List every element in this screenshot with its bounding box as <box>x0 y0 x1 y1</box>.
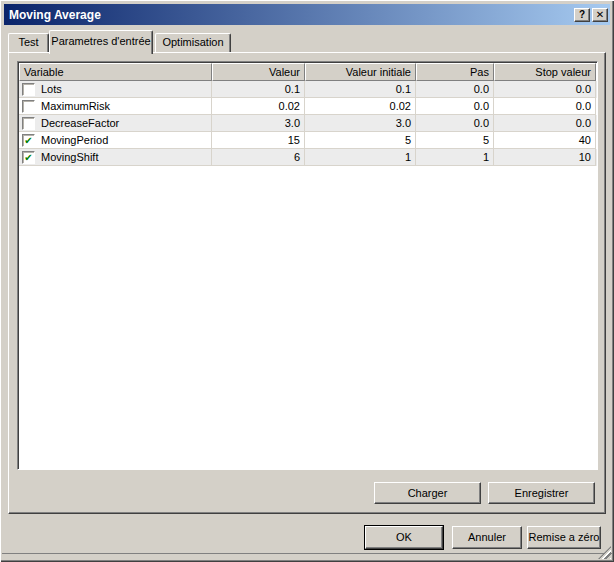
variable-name: DecreaseFactor <box>41 115 119 131</box>
variable-name: MaximumRisk <box>41 98 110 114</box>
row-checkbox[interactable] <box>22 117 35 130</box>
table-row[interactable]: ✔ MovingShift 6 1 1 10 <box>19 149 597 166</box>
variable-cell: ✔ MovingShift <box>19 149 212 166</box>
stop-valeur-cell[interactable]: 0.0 <box>494 115 596 132</box>
remise-zero-button[interactable]: Remise a zéro <box>527 526 601 549</box>
table-row[interactable]: DecreaseFactor 3.0 3.0 0.0 0.0 <box>19 115 597 132</box>
row-checkbox[interactable] <box>22 100 35 113</box>
valeur-cell[interactable]: 15 <box>212 132 305 149</box>
table-row[interactable]: ✔ MovingPeriod 15 5 5 40 <box>19 132 597 149</box>
stop-valeur-cell[interactable]: 0.0 <box>494 98 596 115</box>
bottom-frame-divider <box>2 553 612 554</box>
column-header-stop-valeur[interactable]: Stop valeur <box>494 63 596 81</box>
valeur-cell[interactable]: 0.1 <box>212 81 305 98</box>
tab-optimisation[interactable]: Optimisation <box>155 33 231 52</box>
variable-name: MovingShift <box>41 149 98 165</box>
titlebar[interactable]: Moving Average ? ✕ <box>4 4 610 25</box>
parameters-table: Variable Valeur Valeur initiale Pas Stop… <box>17 61 598 470</box>
pas-cell[interactable]: 0.0 <box>416 98 494 115</box>
variable-name: Lots <box>41 81 62 97</box>
table-header-row: Variable Valeur Valeur initiale Pas Stop… <box>19 63 597 81</box>
window-title: Moving Average <box>4 8 574 22</box>
enregistrer-button[interactable]: Enregistrer <box>488 482 595 504</box>
table-row[interactable]: Lots 0.1 0.1 0.0 0.0 <box>19 81 597 98</box>
tab-page-panel: Variable Valeur Valeur initiale Pas Stop… <box>8 52 606 514</box>
column-header-valeur-initiale[interactable]: Valeur initiale <box>305 63 416 81</box>
tab-test[interactable]: Test <box>8 33 49 52</box>
pas-cell[interactable]: 1 <box>416 149 494 166</box>
row-checkbox[interactable]: ✔ <box>22 134 35 147</box>
variable-name: MovingPeriod <box>41 132 108 148</box>
help-icon[interactable]: ? <box>574 8 590 22</box>
pas-cell[interactable]: 0.0 <box>416 115 494 132</box>
close-icon[interactable]: ✕ <box>592 8 608 22</box>
variable-cell: DecreaseFactor <box>19 115 212 132</box>
pas-cell[interactable]: 5 <box>416 132 494 149</box>
row-checkbox[interactable] <box>22 83 35 96</box>
valeur-initiale-cell[interactable]: 5 <box>305 132 416 149</box>
dialog-window: Moving Average ? ✕ Test Parametres d'ent… <box>0 0 614 562</box>
column-header-valeur[interactable]: Valeur <box>212 63 305 81</box>
valeur-cell[interactable]: 0.02 <box>212 98 305 115</box>
valeur-initiale-cell[interactable]: 1 <box>305 149 416 166</box>
valeur-initiale-cell[interactable]: 0.02 <box>305 98 416 115</box>
stop-valeur-cell[interactable]: 40 <box>494 132 596 149</box>
valeur-initiale-cell[interactable]: 3.0 <box>305 115 416 132</box>
annuler-button[interactable]: Annuler <box>452 526 522 549</box>
charger-button[interactable]: Charger <box>374 482 481 504</box>
ok-button[interactable]: OK <box>365 526 443 549</box>
tab-parametres-entree[interactable]: Parametres d'entrée <box>49 30 153 54</box>
variable-cell: ✔ MovingPeriod <box>19 132 212 149</box>
valeur-initiale-cell[interactable]: 0.1 <box>305 81 416 98</box>
table-row[interactable]: MaximumRisk 0.02 0.02 0.0 0.0 <box>19 98 597 115</box>
stop-valeur-cell[interactable]: 10 <box>494 149 596 166</box>
stop-valeur-cell[interactable]: 0.0 <box>494 81 596 98</box>
column-header-pas[interactable]: Pas <box>416 63 494 81</box>
variable-cell: MaximumRisk <box>19 98 212 115</box>
valeur-cell[interactable]: 6 <box>212 149 305 166</box>
variable-cell: Lots <box>19 81 212 98</box>
row-checkbox[interactable]: ✔ <box>22 151 35 164</box>
valeur-cell[interactable]: 3.0 <box>212 115 305 132</box>
pas-cell[interactable]: 0.0 <box>416 81 494 98</box>
column-header-variable[interactable]: Variable <box>19 63 212 81</box>
